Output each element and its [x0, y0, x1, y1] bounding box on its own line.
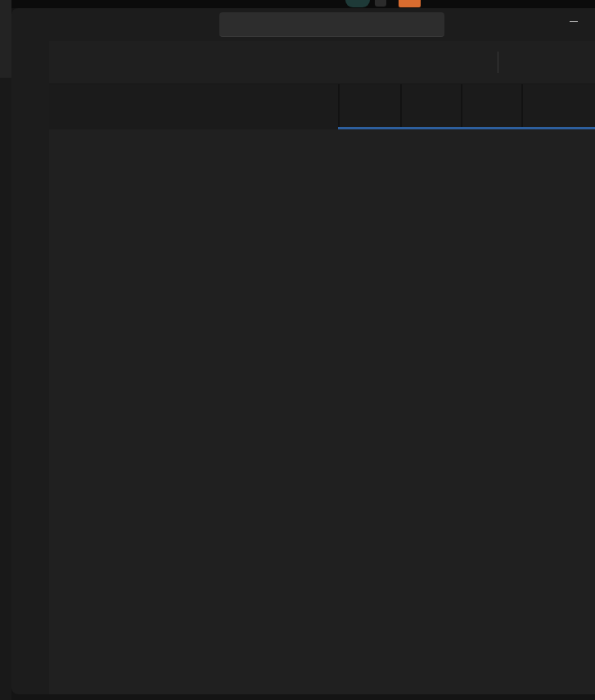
run-new-task-button[interactable]: [464, 47, 498, 77]
heatmap-header-underline: [338, 127, 595, 129]
search-box[interactable]: [219, 12, 444, 37]
background-left-highlight: [0, 0, 11, 78]
task-manager-window: [11, 8, 595, 694]
screen: [0, 0, 595, 700]
background-window-fragment: [345, 0, 370, 7]
main-panel: [49, 41, 595, 694]
end-task-button[interactable]: [498, 47, 595, 77]
column-header-memory[interactable]: [400, 84, 461, 129]
minimize-icon: [570, 21, 578, 22]
navigation-rail: [11, 41, 49, 694]
background-left-strip: [0, 0, 11, 700]
sidebar-item-settings[interactable]: [16, 652, 44, 676]
background-top-strip: [0, 0, 595, 8]
column-header-name[interactable]: [61, 84, 242, 129]
background-window-fragment: [399, 0, 421, 7]
column-header-cpu[interactable]: [338, 84, 400, 129]
page-header: [49, 41, 595, 84]
titlebar: [11, 8, 595, 41]
column-header-network[interactable]: [521, 84, 595, 129]
process-rows: [49, 129, 595, 694]
column-header-status[interactable]: [242, 84, 338, 129]
column-header-disk[interactable]: [461, 84, 521, 129]
minimize-button[interactable]: [560, 11, 588, 31]
background-window-fragment: [375, 0, 386, 7]
table-header: [49, 84, 595, 129]
search-input[interactable]: [237, 17, 444, 31]
